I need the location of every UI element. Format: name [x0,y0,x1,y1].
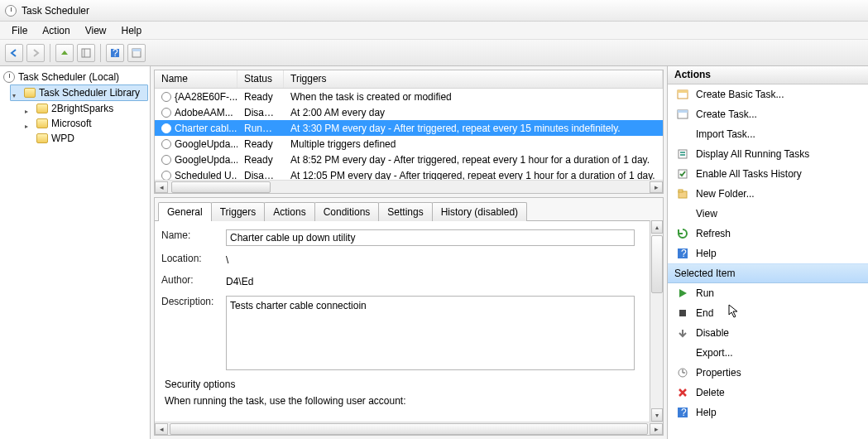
details-hscrollbar[interactable]: ◂ ▸ [155,422,663,435]
scroll-left-icon[interactable]: ◂ [155,181,168,193]
task-status: Running [237,123,284,134]
tab-triggers[interactable]: Triggers [211,202,266,221]
action-delete[interactable]: Delete [668,383,868,403]
list-hscrollbar[interactable]: ◂ ▸ [155,180,663,193]
menu-help[interactable]: Help [115,22,149,39]
task-name: GoogleUpda... [175,154,237,166]
scroll-right-icon[interactable]: ▸ [650,181,663,193]
task-row[interactable]: Charter cabl...RunningAt 3:30 PM every d… [155,120,663,136]
expander-icon[interactable] [25,104,33,113]
task-details: General Triggers Actions Conditions Sett… [154,197,664,436]
action-create-basic-task[interactable]: Create Basic Task... [668,84,868,104]
scroll-up-icon[interactable]: ▴ [651,220,663,234]
action-icon [676,326,689,340]
action-enable-all-tasks-history[interactable]: Enable All Tasks History [668,164,868,184]
task-row[interactable]: AdobeAAM...DisabledAt 2:00 AM every day [155,104,663,120]
action-label: Export... [696,347,733,359]
action-label: View [696,208,717,220]
action-properties[interactable]: Properties [668,363,868,383]
properties-toolbar-button[interactable] [127,44,146,62]
folder-icon [36,104,48,113]
action-view[interactable]: View [668,204,868,224]
action-refresh[interactable]: Refresh [668,224,868,244]
tab-general[interactable]: General [158,202,212,221]
up-button[interactable] [55,44,74,62]
task-triggers: When the task is created or modified [284,91,663,103]
action-label: Refresh [696,228,731,239]
action-display-all-running-tasks[interactable]: Display All Running Tasks [668,144,868,164]
clock-icon [161,171,171,181]
action-create-task[interactable]: Create Task... [668,104,868,124]
action-icon [676,207,689,220]
tree-child[interactable]: WPD [23,131,148,146]
action-help[interactable]: ?Help [668,244,868,263]
scroll-thumb[interactable] [651,235,663,293]
tree-library[interactable]: Task Scheduler Library [10,84,148,101]
tree-root[interactable]: Task Scheduler (Local) [2,70,148,84]
task-triggers: Multiple triggers defined [284,138,663,150]
task-row[interactable]: {AA28E60F-...ReadyWhen the task is creat… [155,89,663,104]
menubar: File Action View Help [0,22,868,40]
forward-button[interactable] [26,44,45,62]
menu-file[interactable]: File [5,22,34,39]
show-hide-tree-button[interactable] [77,44,95,62]
svg-text:?: ? [681,248,687,259]
location-label: Location: [161,253,226,264]
tab-settings[interactable]: Settings [378,202,432,221]
name-label: Name: [161,229,226,241]
task-triggers: At 8:52 PM every day - After triggered, … [284,154,663,166]
tab-conditions[interactable]: Conditions [314,202,380,221]
scroll-down-icon[interactable]: ▾ [651,408,663,422]
svg-rect-11 [680,152,685,153]
action-disable[interactable]: Disable [668,323,868,343]
expander-icon[interactable] [12,89,21,97]
name-input[interactable] [226,229,635,246]
scroll-left-icon[interactable]: ◂ [155,423,168,435]
action-icon [676,287,689,300]
action-icon [676,386,689,399]
expander-icon[interactable] [25,119,33,128]
task-list[interactable]: Name Status Triggers {AA28E60F-...ReadyW… [154,70,664,194]
menu-action[interactable]: Action [36,22,76,39]
clock-icon [161,123,171,133]
task-row[interactable]: Scheduled U...DisabledAt 12:05 PM every … [155,167,663,180]
task-triggers: At 2:00 AM every day [284,107,663,118]
location-value: \ [226,253,228,268]
action-help[interactable]: ?Help [668,403,868,422]
action-run[interactable]: Run [668,283,868,303]
details-vscrollbar[interactable]: ▴ ▾ [650,220,663,422]
task-triggers: At 12:05 PM every day - After triggered,… [284,170,663,181]
action-label: Import Task... [696,128,755,140]
tab-history[interactable]: History (disabled) [432,202,527,221]
svg-rect-15 [679,190,683,192]
folder-icon [36,133,48,143]
col-triggers[interactable]: Triggers [284,70,663,88]
action-label: Enable All Tasks History [696,168,802,180]
action-label: Properties [696,367,741,379]
action-label: Display All Running Tasks [696,148,809,160]
action-label: Disable [696,327,729,339]
action-icon [676,128,689,141]
col-name[interactable]: Name [155,70,237,88]
scroll-thumb[interactable] [170,423,648,435]
tab-actions[interactable]: Actions [264,202,314,221]
description-textarea[interactable]: Tests charter cable connectioin [226,296,635,370]
back-button[interactable] [5,44,23,62]
scroll-right-icon[interactable]: ▸ [650,423,663,435]
task-row[interactable]: GoogleUpda...ReadyMultiple triggers defi… [155,136,663,152]
task-row[interactable]: GoogleUpda...ReadyAt 8:52 PM every day -… [155,152,663,167]
tree-child[interactable]: Microsoft [23,116,148,131]
action-import-task[interactable]: Import Task... [668,124,868,144]
tab-body: Name: Location: \ Author: D4\Ed Descr [155,220,650,422]
menu-view[interactable]: View [79,22,113,39]
navigation-tree[interactable]: Task Scheduler (Local) Task Scheduler Li… [0,66,151,439]
tree-child[interactable]: 2BrightSparks [23,101,148,116]
action-export[interactable]: Export... [668,343,868,363]
col-status[interactable]: Status [237,70,284,88]
help-button[interactable]: ? [106,44,124,62]
action-end[interactable]: End [668,303,868,323]
action-new-folder[interactable]: New Folder... [668,184,868,204]
scroll-thumb[interactable] [171,181,271,193]
action-label: Help [696,248,717,259]
task-status: Ready [237,91,284,103]
